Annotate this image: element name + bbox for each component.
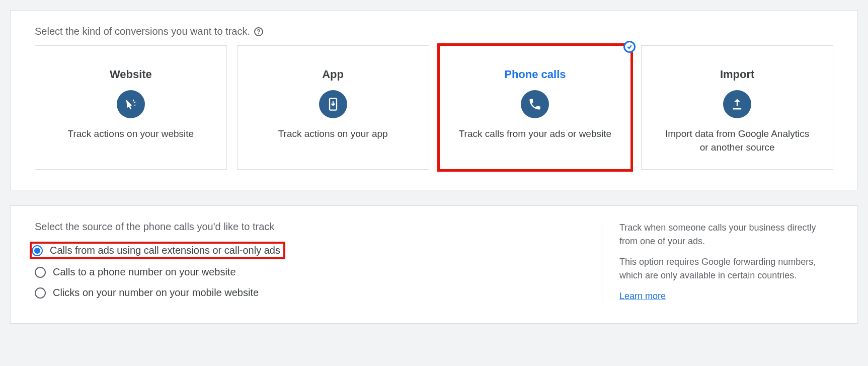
help-icon[interactable]: ?: [254, 27, 263, 36]
conversion-card-import[interactable]: Import Import data from Google Analytics…: [641, 45, 833, 170]
card-title: App: [322, 68, 344, 81]
conversion-kind-panel: Select the kind of conversions you want …: [10, 10, 858, 190]
radio-label: Calls from ads using call extensions or …: [50, 245, 280, 256]
card-desc: Import data from Google Analytics or ano…: [660, 127, 814, 154]
learn-more-link[interactable]: Learn more: [619, 291, 666, 301]
phone-icon: [521, 90, 549, 118]
website-click-icon: [117, 90, 145, 118]
card-title: Import: [720, 68, 754, 81]
conversion-kind-prompt: Select the kind of conversions you want …: [35, 26, 250, 37]
conversion-kind-cards: Website Track actions on your website Ap…: [35, 45, 833, 170]
card-title: Website: [110, 68, 152, 81]
conversion-card-phone-calls[interactable]: Phone calls Track calls from your ads or…: [439, 45, 632, 170]
phone-call-source-prompt: Select the source of the phone calls you…: [35, 221, 582, 233]
radio-label: Calls to a phone number on your website: [53, 266, 236, 278]
check-badge-icon: [623, 41, 636, 53]
upload-icon: [723, 90, 751, 118]
info-paragraph-2: This option requires Google forwarding n…: [619, 255, 833, 282]
phone-call-source-panel: Select the source of the phone calls you…: [10, 205, 858, 324]
radio-calls-from-ads[interactable]: Calls from ads using call extensions or …: [32, 244, 283, 257]
card-desc: Track calls from your ads or website: [459, 127, 611, 141]
radio-icon: [32, 245, 43, 256]
conversion-card-app[interactable]: App Track actions on your app: [237, 45, 429, 170]
conversion-kind-prompt-row: Select the kind of conversions you want …: [35, 26, 833, 37]
info-paragraph-1: Track when someone calls your business d…: [619, 221, 833, 248]
phone-call-info: Track when someone calls your business d…: [602, 221, 833, 303]
phone-call-source-options: Select the source of the phone calls you…: [35, 221, 582, 303]
conversion-card-website[interactable]: Website Track actions on your website: [35, 45, 227, 170]
radio-icon: [35, 267, 46, 278]
card-title: Phone calls: [504, 68, 566, 81]
radio-label: Clicks on your number on your mobile web…: [53, 287, 259, 299]
radio-calls-to-website-number[interactable]: Calls to a phone number on your website: [35, 266, 236, 278]
card-desc: Track actions on your website: [68, 127, 194, 141]
radio-clicks-mobile-website[interactable]: Clicks on your number on your mobile web…: [35, 287, 259, 299]
app-download-icon: [319, 90, 347, 118]
radio-icon: [35, 287, 46, 299]
card-desc: Track actions on your app: [278, 127, 388, 141]
